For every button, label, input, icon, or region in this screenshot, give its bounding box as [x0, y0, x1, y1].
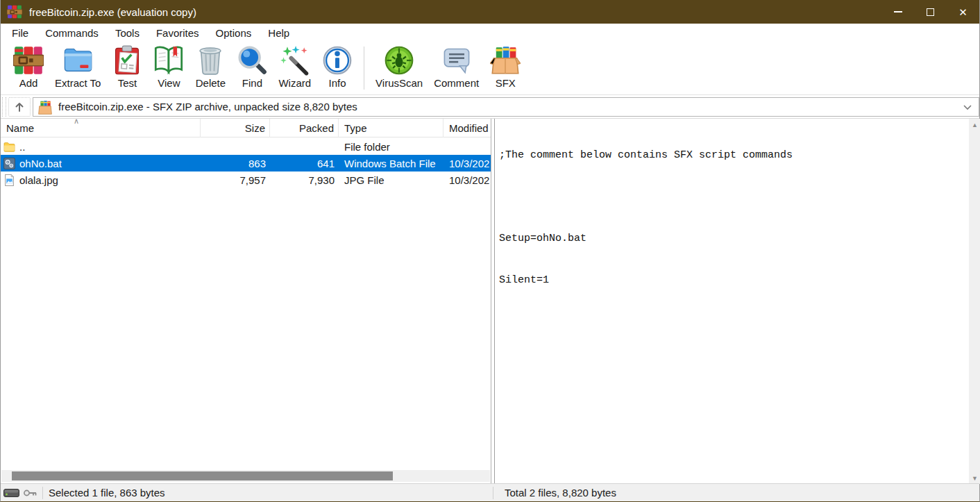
toolbar-extract-to-label: Extract To — [55, 77, 101, 89]
toolbar-sfx-label: SFX — [496, 77, 516, 89]
test-icon — [112, 45, 142, 76]
toolbar-add-button[interactable]: Add — [8, 42, 49, 90]
up-arrow-icon — [13, 101, 26, 113]
statusbar-icons — [1, 488, 42, 498]
view-icon — [153, 45, 184, 76]
archive-comment-text: ;The comment below contains SFX script c… — [499, 121, 967, 315]
column-header-name-label: Name — [6, 122, 34, 134]
toolbar-delete-label: Delete — [196, 77, 226, 89]
extract-to-icon — [62, 45, 93, 76]
image-file-icon — [3, 174, 15, 186]
comment-line: Setup=ohNo.bat — [499, 232, 967, 246]
window-title: freeBitcoin.zip.exe (evaluation copy) — [29, 6, 196, 18]
column-header-packed[interactable]: Packed — [270, 119, 339, 137]
address-row: freeBitcoin.zip.exe - SFX ZIP archive, u… — [1, 95, 979, 119]
horizontal-scrollbar[interactable] — [1, 470, 490, 482]
file-row-olala-jpg[interactable]: olala.jpg 7,957 7,930 JPG File 10/3/202 — [1, 171, 491, 188]
info-icon — [322, 45, 353, 76]
toolbar-delete-button[interactable]: Delete — [189, 42, 231, 90]
file-packed: 641 — [270, 158, 339, 169]
file-type: File folder — [339, 141, 443, 153]
file-size: 863 — [201, 158, 270, 169]
file-list-panel: ∧ Name Size Packed Type Modified — [1, 119, 491, 484]
toolbar-view-label: View — [158, 77, 180, 89]
menu-options[interactable]: Options — [208, 25, 260, 41]
comment-line — [499, 190, 967, 204]
toolbar-separator — [364, 47, 364, 90]
statusbar-selection-info: Selected 1 file, 863 bytes — [43, 487, 493, 499]
sort-ascending-icon: ∧ — [74, 117, 79, 126]
toolbar-virusscan-label: VirusScan — [375, 77, 423, 89]
menu-file[interactable]: File — [3, 25, 37, 41]
toolbar-wizard-button[interactable]: Wizard — [273, 42, 316, 90]
column-header-type-label: Type — [344, 122, 367, 134]
sfx-archive-icon — [37, 100, 53, 114]
horizontal-scrollbar-thumb[interactable] — [12, 471, 393, 480]
file-row-ohno-bat[interactable]: ohNo.bat 863 641 Windows Batch File 10/3… — [1, 155, 491, 171]
maximize-button[interactable] — [914, 0, 947, 24]
comment-line: Silent=1 — [499, 274, 967, 287]
comment-panel: ;The comment below contains SFX script c… — [494, 119, 980, 484]
menu-help[interactable]: Help — [260, 25, 298, 41]
toolbar-comment-label: Comment — [434, 77, 479, 89]
file-modified: 10/3/202 — [443, 174, 491, 186]
file-type: JPG File — [339, 174, 443, 186]
statusbar: Selected 1 file, 863 bytes Total 2 files… — [1, 483, 979, 501]
comment-icon — [441, 45, 472, 76]
vertical-scrollbar[interactable]: ▲ ▼ — [969, 119, 980, 484]
toolbar-extract-to-button[interactable]: Extract To — [49, 42, 106, 90]
file-list-header: ∧ Name Size Packed Type Modified — [1, 119, 491, 137]
toolbar-find-label: Find — [242, 77, 262, 89]
column-header-type[interactable]: Type — [339, 119, 443, 137]
minimize-icon — [894, 11, 902, 12]
key-icon[interactable] — [23, 488, 38, 498]
menu-commands[interactable]: Commands — [37, 25, 107, 41]
menubar: File Commands Tools Favorites Options He… — [1, 24, 979, 42]
toolbar-sfx-button[interactable]: SFX — [484, 42, 526, 90]
titlebar: freeBitcoin.zip.exe (evaluation copy) ✕ — [1, 0, 979, 24]
file-modified: 10/3/202 — [443, 158, 491, 169]
scroll-down-icon[interactable]: ▼ — [969, 472, 980, 484]
file-size: 7,957 — [201, 174, 270, 186]
delete-icon — [195, 45, 226, 76]
up-one-level-button[interactable] — [8, 97, 31, 117]
file-row-parent-dir[interactable]: .. File folder — [1, 138, 491, 155]
file-name: ohNo.bat — [19, 158, 62, 169]
toolbar-test-label: Test — [118, 77, 137, 89]
column-header-size-label: Size — [245, 122, 265, 134]
maximize-icon — [927, 8, 934, 16]
scroll-up-icon[interactable]: ▲ — [969, 119, 980, 131]
file-name: olala.jpg — [19, 174, 58, 186]
toolbar-find-button[interactable]: Find — [231, 42, 273, 90]
wizard-icon — [280, 45, 310, 76]
menu-favorites[interactable]: Favorites — [148, 25, 208, 41]
address-gripper — [2, 97, 6, 117]
toolbar-test-button[interactable]: Test — [106, 42, 148, 90]
toolbar-view-button[interactable]: View — [148, 42, 189, 90]
folder-icon — [3, 141, 15, 153]
toolbar-add-label: Add — [19, 77, 38, 89]
file-packed: 7,930 — [270, 174, 339, 186]
file-type: Windows Batch File — [339, 158, 443, 169]
toolbar-virusscan-button[interactable]: VirusScan — [370, 42, 428, 90]
column-header-name[interactable]: ∧ Name — [1, 119, 201, 137]
column-header-modified[interactable]: Modified — [443, 119, 491, 137]
main-area: ∧ Name Size Packed Type Modified — [1, 119, 979, 484]
close-button[interactable]: ✕ — [947, 0, 979, 24]
close-icon: ✕ — [958, 7, 968, 17]
add-archive-icon — [13, 45, 44, 76]
column-header-size[interactable]: Size — [201, 119, 270, 137]
file-name: .. — [19, 141, 25, 153]
toolbar-wizard-label: Wizard — [278, 77, 311, 89]
statusbar-total-info: Total 2 files, 8,820 bytes — [493, 487, 616, 499]
disk-drive-icon — [3, 488, 20, 498]
chevron-down-icon[interactable] — [962, 101, 973, 112]
toolbar: Add Extract To — [1, 42, 979, 95]
toolbar-info-button[interactable]: Info — [316, 42, 358, 90]
winrar-logo-icon — [7, 4, 22, 19]
archive-path-combobox[interactable]: freeBitcoin.zip.exe - SFX ZIP archive, u… — [33, 97, 979, 117]
sfx-icon — [490, 45, 521, 76]
toolbar-comment-button[interactable]: Comment — [428, 42, 484, 90]
menu-tools[interactable]: Tools — [107, 25, 148, 41]
minimize-button[interactable] — [881, 0, 914, 24]
